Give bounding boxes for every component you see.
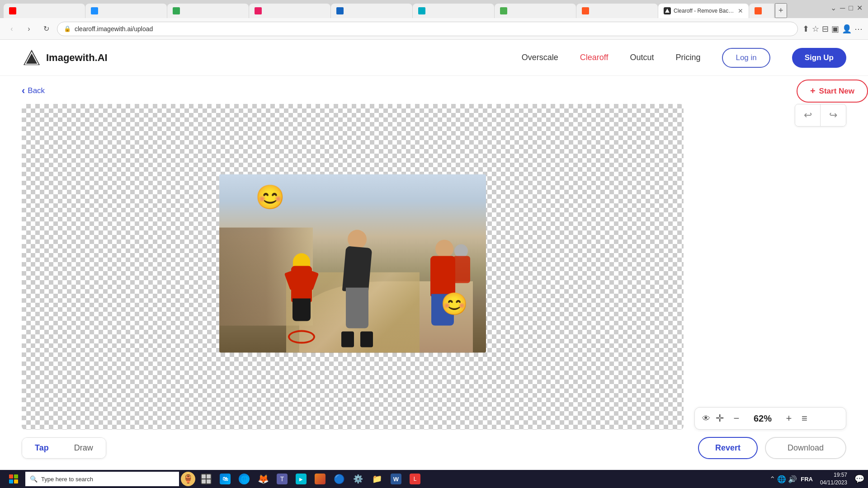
close-window-icon[interactable]: ✕	[857, 4, 863, 12]
tab-favicon	[755, 7, 762, 14]
svg-marker-0	[665, 9, 670, 13]
taskbar-app-files[interactable]: 📁	[368, 470, 386, 488]
taskbar-app-chrome[interactable]: 🔵	[330, 470, 348, 488]
tab-active[interactable]: Clearoff - Remove Bac… ✕	[658, 4, 749, 18]
tab-close-button[interactable]: ✕	[738, 7, 743, 14]
emoji-sticker-smiley[interactable]: 😊	[255, 183, 285, 211]
download-button[interactable]: Download	[765, 437, 846, 459]
back-link[interactable]: Back	[22, 85, 45, 97]
undo-button[interactable]: ↩	[795, 104, 821, 126]
taskbar: 🔍 Type here to search 🏺 🛍 🌐 🦊	[0, 470, 868, 488]
zoom-in-button[interactable]: +	[782, 411, 796, 426]
tab-favicon	[91, 7, 98, 14]
zoom-percent-display: 62%	[749, 413, 776, 424]
zoom-out-button[interactable]: −	[729, 411, 744, 426]
zoom-controls: 👁 ✛ − 62% + ≡	[694, 407, 846, 430]
tab-strip-actions: ⌄ ─ □ ✕	[830, 4, 863, 12]
tab-manager-icon[interactable]: ⊟	[822, 24, 829, 34]
tray-expand-icon[interactable]: ⌃	[769, 475, 775, 483]
address-bar[interactable]: 🔒 clearoff.imagewith.ai/upload	[57, 22, 798, 36]
taskbar-app-word[interactable]: W	[387, 470, 405, 488]
tab-favicon	[418, 7, 425, 14]
draw-button[interactable]: Draw	[61, 438, 106, 458]
taskbar-app-store[interactable]: 🛍	[216, 470, 234, 488]
browser-toolbar: ‹ › ↻ 🔒 clearoff.imagewith.ai/upload ⬆ ☆…	[0, 18, 868, 40]
browser-chrome: Clearoff - Remove Bac… ✕	[0, 0, 868, 40]
tray-network-icon[interactable]: 🌐	[777, 475, 786, 483]
word-icon: W	[391, 474, 401, 484]
logi-icon: L	[410, 474, 420, 484]
eye-icon[interactable]: 👁	[702, 414, 710, 423]
start-button[interactable]	[4, 470, 24, 488]
win-logo-blue	[9, 479, 13, 483]
taskbar-app-taskview[interactable]	[197, 470, 215, 488]
taskbar-app-settings[interactable]: ⚙️	[349, 470, 367, 488]
clock-time: 19:57	[820, 471, 847, 479]
nav-overscale[interactable]: Overscale	[522, 53, 558, 62]
taskbar-app-logi[interactable]: L	[406, 470, 424, 488]
tab-pp[interactable]	[331, 4, 412, 18]
tab-ts[interactable]	[249, 4, 330, 18]
teams-icon: T	[277, 474, 288, 484]
python-icon	[315, 474, 326, 484]
taskbar-right: ⌃ 🌐 🔊 FRA 19:57 04/11/2023 💬	[769, 471, 864, 487]
taskbar-app-edge[interactable]: 🌐	[235, 470, 253, 488]
tab-img[interactable]	[749, 4, 774, 18]
minimize-icon[interactable]: ─	[840, 4, 845, 12]
tab-favicon	[9, 7, 16, 14]
settings-icon: ⚙️	[353, 474, 363, 484]
tap-button[interactable]: Tap	[22, 438, 61, 458]
taskbar-clock[interactable]: 19:57 04/11/2023	[820, 471, 847, 487]
login-button[interactable]: Log in	[722, 48, 770, 68]
redo-button[interactable]: ↪	[821, 104, 846, 126]
reload-button[interactable]: ↻	[40, 23, 52, 35]
forward-nav-button[interactable]: ›	[23, 23, 35, 35]
profile-icon[interactable]: 👤	[842, 24, 852, 34]
start-new-button[interactable]: Start New	[797, 80, 868, 103]
move-icon[interactable]: ✛	[716, 413, 724, 424]
nav-outcut[interactable]: Outcut	[630, 53, 654, 62]
share-icon[interactable]: ⬆	[802, 24, 809, 34]
windows-logo	[9, 474, 18, 483]
nav-pricing[interactable]: Pricing	[675, 53, 700, 62]
tab-todo[interactable]	[85, 4, 167, 18]
revert-button[interactable]: Revert	[698, 437, 758, 459]
svg-rect-6	[207, 479, 211, 483]
files-icon: 📁	[372, 474, 382, 484]
maximize-icon[interactable]: □	[849, 4, 853, 12]
nav-clearoff[interactable]: Clearoff	[580, 53, 609, 62]
extensions-icon[interactable]: ⋯	[854, 24, 863, 34]
active-tab-title: Clearoff - Remove Bac…	[674, 8, 735, 14]
photo-canvas[interactable]: 😊 😊	[219, 174, 486, 352]
tab-yt[interactable]	[4, 4, 85, 18]
tab-search-icon[interactable]: ⌄	[830, 4, 836, 12]
tab-lm[interactable]	[167, 4, 249, 18]
bookmark-icon[interactable]: ☆	[812, 24, 819, 34]
taskbar-app-firefox[interactable]: 🦊	[254, 470, 272, 488]
tab-add-button[interactable]: +	[775, 3, 787, 18]
zoom-menu-button[interactable]: ≡	[802, 413, 807, 424]
app-navbar: Imagewith.AI Overscale Clearoff Outcut P…	[0, 40, 868, 76]
tab-cl[interactable]	[413, 4, 494, 18]
tab-favicon-active	[664, 7, 671, 14]
logo-text: Imagewith.AI	[46, 52, 108, 64]
language-indicator[interactable]: FRA	[801, 476, 813, 483]
taskbar-mascot[interactable]: 🏺	[181, 472, 195, 486]
emoji-sticker-happy[interactable]: 😊	[441, 291, 468, 316]
tray-sound-icon[interactable]: 🔊	[788, 475, 797, 483]
signup-button[interactable]: Sign Up	[792, 48, 846, 68]
taskbar-search-bar[interactable]: 🔍 Type here to search	[25, 472, 179, 486]
taskbar-app-python[interactable]	[311, 470, 329, 488]
win-logo-green	[14, 474, 18, 479]
tab-ai1[interactable]	[576, 4, 658, 18]
tab-gg[interactable]	[495, 4, 576, 18]
back-nav-button[interactable]: ‹	[5, 23, 18, 35]
taskbar-app-dev[interactable]: ▶	[292, 470, 310, 488]
canvas-container[interactable]: 😊 😊	[22, 104, 684, 430]
sidebar-toggle-icon[interactable]: ▣	[831, 24, 839, 34]
url-text: clearoff.imagewith.ai/upload	[75, 25, 791, 33]
canvas-wrapper: 😊 😊 ↩ ↪ 👁	[22, 104, 846, 430]
taskbar-app-teams[interactable]: T	[273, 470, 291, 488]
tab-favicon	[500, 7, 507, 14]
notification-button[interactable]: 💬	[854, 474, 864, 484]
